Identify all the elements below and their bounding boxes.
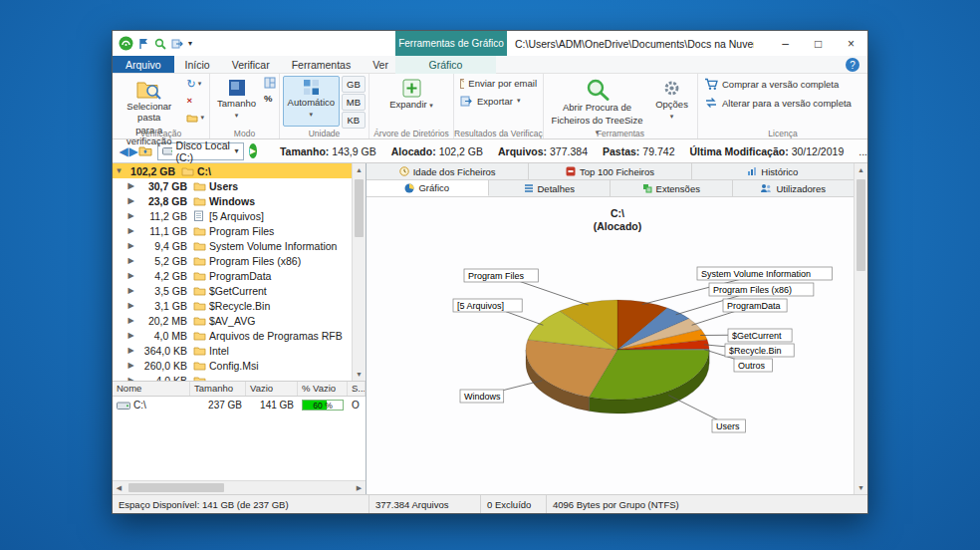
tree-row[interactable]: ▶4,2 GBProgramData <box>113 268 352 283</box>
svg-text:$GetCurrent: $GetCurrent <box>732 331 782 341</box>
close-button[interactable]: × <box>835 31 867 56</box>
maximize-button[interactable]: □ <box>802 31 835 56</box>
scroll-down-icon[interactable]: ▼ <box>855 481 867 494</box>
more-stats[interactable]: ... <box>858 145 867 157</box>
unit-auto-button[interactable]: Automático ▾ <box>283 76 340 127</box>
unit-kb-button[interactable]: KB <box>342 112 366 129</box>
qat-flag-icon[interactable] <box>138 38 149 50</box>
unit-mb-button[interactable]: MB <box>342 94 366 111</box>
tree-row[interactable]: ▶20,2 MB$AV_AVG <box>113 313 352 328</box>
tab-utilizadores[interactable]: Utilizadores <box>733 180 855 196</box>
chevron-right-icon[interactable]: ▶ <box>124 271 137 280</box>
unit-gb-button[interactable]: GB <box>342 76 366 93</box>
qat-export-icon[interactable] <box>171 38 183 50</box>
contextual-tab-header[interactable]: Ferramentas de Gráfico <box>395 31 507 56</box>
minimize-button[interactable]: – <box>769 31 802 56</box>
qat-scan-icon[interactable] <box>154 38 166 50</box>
chevron-right-icon[interactable]: ▶ <box>124 226 137 235</box>
tree-row[interactable]: ▶9,4 GBSystem Volume Information <box>113 238 352 253</box>
percent-mode-button[interactable]: % <box>262 91 278 107</box>
search-icon <box>586 79 610 101</box>
tab-grafico[interactable]: Gráfico <box>367 180 489 196</box>
open-folder-button[interactable]: ▾ <box>184 110 206 126</box>
export-icon <box>460 95 473 107</box>
file-search-button[interactable]: Abrir Procura de Ficheiros do TreeSize ▾ <box>547 76 647 127</box>
chevron-right-icon[interactable]: ▶ <box>124 316 137 325</box>
tree-row[interactable]: ▶260,0 KBConfig.Msi <box>113 358 352 373</box>
chevron-right-icon[interactable]: ▶ <box>124 211 137 220</box>
chevron-down-icon[interactable]: ▼ <box>113 166 125 175</box>
select-folder-button[interactable]: Selecionar pasta para a verificação <box>116 76 182 127</box>
tree-item-name: Users <box>209 180 238 192</box>
folder-icon <box>193 331 209 341</box>
col-nome[interactable]: Nome <box>113 382 190 396</box>
tab-verificar[interactable]: Verificar <box>221 56 281 73</box>
scroll-up-icon[interactable]: ▲ <box>353 163 366 176</box>
col-vazio[interactable]: Vazio <box>246 382 298 396</box>
tree-row[interactable]: ▶11,2 GB[5 Arquivos] <box>113 208 352 223</box>
tree-item-name: $Recycle.Bin <box>209 300 270 312</box>
cancel-scan-button[interactable]: × <box>184 93 206 109</box>
chevron-right-icon[interactable]: ▶ <box>124 256 137 265</box>
chevron-right-icon[interactable]: ▶ <box>124 286 137 295</box>
tab-idade-dos-ficheiros[interactable]: Idade dos Ficheiros <box>367 163 529 179</box>
tab-top-100-ficheiros[interactable]: Top 100 Ficheiros <box>529 163 691 179</box>
horizontal-scrollbar[interactable]: ◀ ▶ <box>113 480 366 494</box>
qat-customize-dropdown-icon[interactable]: ▾ <box>188 39 192 48</box>
treemap-button[interactable] <box>262 76 278 90</box>
tree-row[interactable]: ▶4,0 MBArquivos de Programas RFB <box>113 328 352 343</box>
tree-item-size: 102,2 GB <box>125 165 181 177</box>
scroll-right-icon[interactable]: ▶ <box>353 481 366 494</box>
tab-grafico[interactable]: Gráfico <box>418 56 474 74</box>
tree-row[interactable]: ▶30,7 GBUsers <box>113 178 352 193</box>
grid-row[interactable]: C:\ 237 GB 141 GB 60 % O <box>113 397 366 413</box>
pie-chart[interactable]: System Volume InformationProgram Files (… <box>367 197 853 494</box>
tree-row[interactable]: ▶11,1 GBProgram Files <box>113 223 352 238</box>
scrollbar-thumb[interactable] <box>128 483 224 492</box>
chevron-right-icon[interactable]: ▶ <box>124 346 137 355</box>
start-scan-button[interactable]: ▶ <box>249 143 257 158</box>
tree-row[interactable]: ▼102,2 GBC:\ <box>113 163 352 178</box>
tab-inicio[interactable]: Início <box>174 56 221 73</box>
col-extra[interactable]: S... <box>348 382 366 396</box>
switch-full-version-button[interactable]: Alterar para a versão completa <box>701 95 864 111</box>
chevron-right-icon[interactable]: ▶ <box>124 301 137 310</box>
options-button[interactable]: Opções ▾ <box>649 76 694 127</box>
send-email-button[interactable]: Enviar por email <box>457 76 540 91</box>
tree-row[interactable]: ▶364,0 KBIntel <box>113 343 352 358</box>
tree-row[interactable]: ▶4,0 KB <box>113 373 352 381</box>
refresh-button[interactable]: ↻▾ <box>184 76 206 92</box>
scroll-left-icon[interactable]: ◀ <box>113 481 125 494</box>
chevron-right-icon[interactable]: ▶ <box>124 181 137 190</box>
tree-row[interactable]: ▶23,8 GBWindows <box>113 193 352 208</box>
chevron-right-icon[interactable]: ▶ <box>124 331 137 340</box>
tab-historico[interactable]: Histórico <box>692 163 854 179</box>
scrollbar-thumb[interactable] <box>355 179 364 237</box>
tree-row[interactable]: ▶3,5 GB$GetCurrent <box>113 283 352 298</box>
tab-arquivo[interactable]: Arquivo <box>113 56 174 73</box>
options-label: Opções <box>655 99 688 110</box>
tab-ver[interactable]: Ver <box>362 56 399 73</box>
tab-detalhes[interactable]: Detalhes <box>489 180 612 196</box>
help-icon[interactable]: ? <box>846 58 859 72</box>
col-pct-vazio[interactable]: % Vazio <box>298 382 348 396</box>
scroll-up-icon[interactable]: ▲ <box>855 163 867 176</box>
chevron-right-icon[interactable]: ▶ <box>124 376 137 381</box>
scroll-down-icon[interactable]: ▼ <box>353 368 366 381</box>
tree-row[interactable]: ▶5,2 GBProgram Files (x86) <box>113 253 352 268</box>
chevron-right-icon[interactable]: ▶ <box>124 241 137 250</box>
tree-scrollbar[interactable]: ▲ ▼ <box>352 163 366 381</box>
size-mode-button[interactable]: Tamanho ▾ <box>213 76 260 127</box>
expand-button[interactable]: Expandir ▾ <box>385 76 437 127</box>
tree-row[interactable]: ▶3,1 GB$Recycle.Bin <box>113 298 352 313</box>
chart-scrollbar[interactable]: ▲ ▼ <box>854 163 867 494</box>
tree-item-name: System Volume Information <box>209 240 337 252</box>
scrollbar-thumb[interactable] <box>857 179 865 271</box>
buy-full-version-button[interactable]: Comprar a versão completa <box>701 76 864 93</box>
col-tamanho[interactable]: Tamanho <box>190 382 246 396</box>
chevron-right-icon[interactable]: ▶ <box>124 361 137 370</box>
tab-extensoes[interactable]: Extensões <box>611 180 733 196</box>
chevron-right-icon[interactable]: ▶ <box>124 196 137 205</box>
export-button[interactable]: Exportar ▾ <box>457 93 540 109</box>
tab-ferramentas[interactable]: Ferramentas <box>281 56 363 73</box>
